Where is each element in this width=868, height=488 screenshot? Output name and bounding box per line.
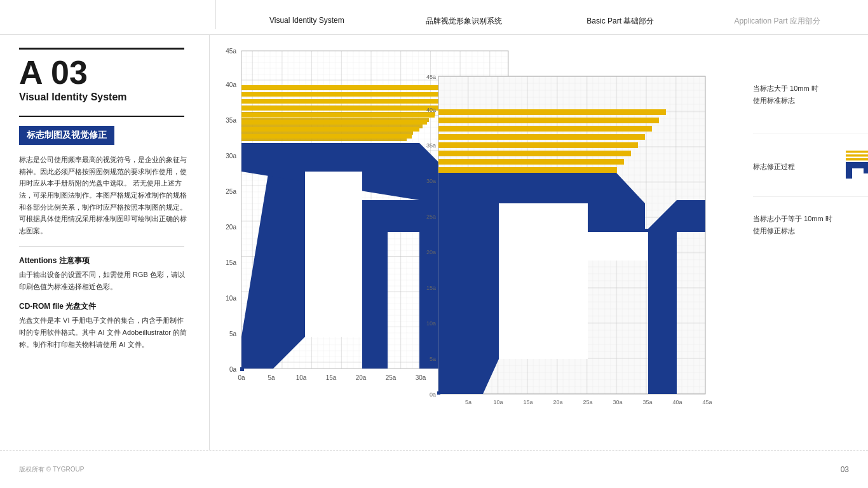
logo-section-corrected: 当标志小于等于 10mm 时 使用修正标志 8mm [753, 213, 868, 250]
svg-text:25a: 25a [226, 188, 236, 195]
section3-text1: 当标志小于等于 10mm 时 [753, 213, 868, 225]
svg-marker-81 [588, 232, 648, 261]
svg-rect-39 [241, 99, 450, 104]
right-info-area: 当标志大于 10mm 时 使用标准标志 15m [743, 76, 868, 412]
section-number: A 03 [19, 56, 190, 89]
svg-text:35a: 35a [642, 399, 652, 405]
svg-text:0a: 0a [238, 374, 245, 381]
svg-text:35a: 35a [445, 374, 456, 381]
nav-item-brand[interactable]: 品牌视觉形象识别系统 [386, 16, 542, 29]
chart-area: 0a 5a 10a 15a 20a 25a 30a 35a 40a 45a 0a… [210, 35, 527, 450]
divider-1 [19, 246, 184, 247]
badge: 标志制图及视觉修正 [19, 126, 114, 145]
body-text-main: 标志是公司使用频率最高的视觉符号，是企业的象征与精神。因此必须严格按照图例规范的… [19, 154, 190, 237]
nav-item-basic[interactable]: Basic Part 基础部分 [543, 16, 699, 29]
svg-text:30a: 30a [226, 152, 236, 159]
left-sidebar: A 03 Visual Identity System 标志制图及视觉修正 标志… [0, 35, 210, 450]
cdrom-text: 光盘文件是本 VI 手册电子文件的集合，内含手册制作时的专用软件格式。其中 AI… [19, 315, 190, 350]
attentions-title: Attentions 注意事项 [19, 255, 190, 266]
svg-text:30a: 30a [416, 374, 426, 381]
logo-section-correction: 标志修正过程 考虑缩小后的识别度 对标志进行整体色块简化整合 [753, 149, 868, 197]
svg-marker-36 [305, 172, 362, 337]
attentions-text: 由于输出设备的设置不同，如需使用 RGB 色彩，请以印刷色值为标准选择相近色彩。 [19, 269, 190, 292]
svg-rect-43 [241, 127, 419, 132]
svg-rect-89 [846, 151, 868, 153]
svg-text:15a: 15a [226, 259, 236, 266]
section3-text2: 使用修正标志 [753, 225, 868, 237]
nav-items: Visual Identity System 品牌视觉形象识别系统 Basic … [216, 16, 868, 29]
svg-text:20a: 20a [226, 224, 236, 231]
svg-rect-42 [241, 120, 427, 125]
top-line [19, 48, 184, 50]
nav-item-app[interactable]: Application Part 应用部分 [699, 16, 855, 29]
section3-desc: 当标志小于等于 10mm 时 使用修正标志 [753, 213, 868, 236]
svg-rect-41 [241, 113, 435, 118]
svg-text:0a: 0a [229, 366, 237, 373]
svg-text:5a: 5a [268, 374, 275, 381]
grid-svg: 0a 5a 10a 15a 20a 25a 30a 35a 40a 45a 0a… [222, 44, 515, 419]
svg-text:40a: 40a [475, 374, 486, 381]
svg-marker-93 [846, 162, 852, 179]
svg-text:45a: 45a [505, 374, 515, 381]
page-number: 03 [841, 465, 849, 474]
footer: 版权所有 © TYGROUP 03 [0, 450, 868, 488]
section2-desc: 标志修正过程 [753, 162, 838, 172]
svg-rect-37 [241, 85, 464, 90]
svg-text:30a: 30a [613, 399, 622, 405]
svg-text:15a: 15a [326, 374, 337, 381]
svg-text:45a: 45a [702, 399, 712, 405]
svg-marker-79 [588, 200, 705, 394]
svg-rect-44 [241, 134, 412, 139]
nav-item-vis[interactable]: Visual Identity System [229, 16, 385, 29]
logo-section-standard: 当标志大于 10mm 时 使用标准标志 15m [753, 83, 868, 133]
svg-text:45a: 45a [226, 48, 236, 55]
svg-text:35a: 35a [226, 117, 236, 124]
section2-text: 标志修正过程 [753, 162, 838, 172]
section1-desc: 当标志大于 10mm 时 使用标准标志 [753, 83, 868, 106]
main-content: 0a 5a 10a 15a 20a 25a 30a 35a 40a 45a 0a… [210, 35, 868, 450]
svg-text:25a: 25a [583, 399, 592, 405]
cdrom-title: CD-ROM file 光盘文件 [19, 301, 190, 312]
svg-text:20a: 20a [553, 399, 562, 405]
section1-text1: 当标志大于 10mm 时 [753, 83, 868, 95]
svg-text:5a: 5a [229, 330, 237, 337]
section-title: Visual Identity System [19, 92, 190, 103]
svg-text:25a: 25a [386, 374, 397, 381]
correction-logo-before [844, 149, 868, 184]
svg-rect-38 [241, 92, 458, 97]
sub-line [19, 116, 184, 117]
svg-rect-90 [846, 154, 868, 157]
top-navigation: Visual Identity System 品牌视觉形象识别系统 Basic … [0, 0, 868, 35]
nav-spacer [0, 0, 216, 29]
svg-text:10a: 10a [226, 295, 236, 302]
svg-rect-91 [846, 158, 868, 161]
svg-rect-40 [241, 106, 442, 111]
svg-text:40a: 40a [672, 399, 682, 405]
svg-text:20a: 20a [356, 374, 367, 381]
svg-text:10a: 10a [296, 374, 307, 381]
section1-text2: 使用标准标志 [753, 95, 868, 107]
copyright-text: 版权所有 © TYGROUP [19, 465, 84, 474]
svg-text:40a: 40a [226, 81, 236, 88]
